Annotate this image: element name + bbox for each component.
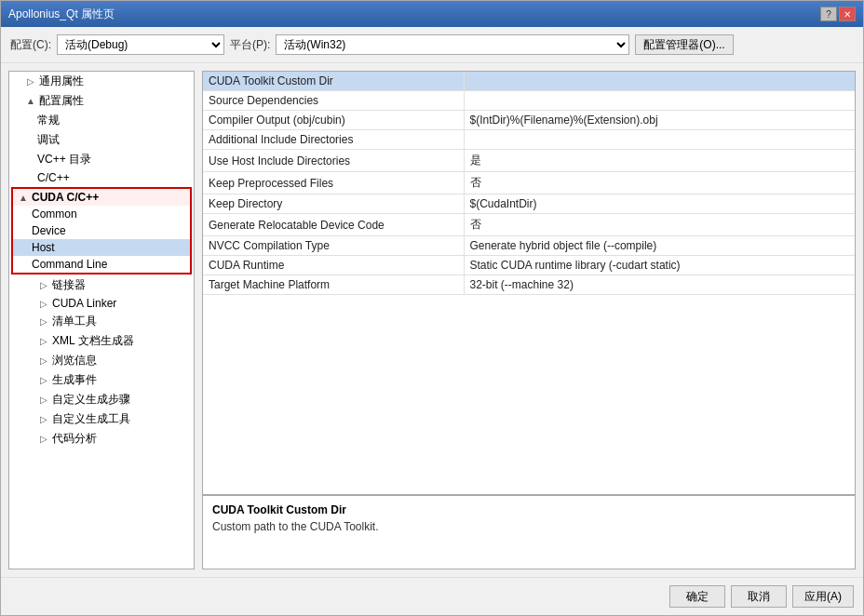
expand-icon-linker: ▷ [37, 280, 50, 290]
tree-label-browse: 浏览信息 [52, 353, 97, 368]
tree-item-debug[interactable]: 调试 [9, 130, 194, 150]
prop-value: Generate hybrid object file (--compile) [464, 236, 855, 256]
prop-name: Keep Directory [203, 194, 464, 214]
tree-item-custom-build[interactable]: ▷ 自定义生成步骤 [9, 390, 194, 409]
expand-icon-build: ▷ [37, 375, 50, 385]
expand-icon-custom-build: ▷ [37, 395, 50, 405]
cuda-group: ▲ CUDA C/C++ Common Device Host Command … [11, 187, 192, 275]
prop-name: Generate Relocatable Device Code [203, 214, 464, 236]
tree-item-device[interactable]: Device [13, 222, 190, 239]
apply-button[interactable]: 应用(A) [792, 585, 854, 608]
table-row[interactable]: Use Host Include Directories是 [203, 150, 855, 172]
table-row[interactable]: Source Dependencies [203, 91, 855, 111]
tree-item-code-analysis[interactable]: ▷ 代码分析 [9, 429, 194, 449]
table-row[interactable]: Compiler Output (obj/cubin)$(IntDir)%(Fi… [203, 111, 855, 130]
tree-item-config-props[interactable]: ▲ 配置属性 [9, 91, 194, 111]
tree-item-build-events[interactable]: ▷ 生成事件 [9, 370, 194, 390]
tree-item-linker[interactable]: ▷ 链接器 [9, 275, 194, 295]
prop-name: Additional Include Directories [203, 130, 464, 150]
ok-button[interactable]: 确定 [669, 585, 725, 608]
platform-select[interactable]: 活动(Win32) [276, 34, 629, 55]
tree-label-general: 通用属性 [39, 74, 84, 89]
properties-table: CUDA Toolkit Custom DirSource Dependenci… [203, 72, 855, 494]
table-row[interactable]: Additional Include Directories [203, 130, 855, 150]
help-button[interactable]: ? [820, 7, 837, 21]
close-button[interactable]: ✕ [839, 7, 856, 21]
prop-value: 否 [464, 172, 855, 194]
tree-label-vcpp: VC++ 目录 [37, 152, 91, 167]
prop-value [464, 72, 855, 91]
toolbar: 配置(C): 活动(Debug) 平台(P): 活动(Win32) 配置管理器(… [1, 27, 863, 63]
prop-name: CUDA Runtime [203, 256, 464, 275]
cancel-button[interactable]: 取消 [731, 585, 787, 608]
tree-item-normal[interactable]: 常规 [9, 111, 194, 130]
expand-icon-browse: ▷ [37, 355, 50, 366]
config-select[interactable]: 活动(Debug) [57, 34, 224, 55]
config-label: 配置(C): [10, 37, 51, 53]
tree-label-cmd-line: Command Line [32, 258, 107, 271]
prop-value: 是 [464, 150, 855, 172]
table-row[interactable]: Keep Preprocessed Files否 [203, 172, 855, 194]
expand-icon-manifest: ▷ [37, 316, 50, 327]
tree-label-linker: 链接器 [52, 277, 86, 293]
tree-item-common[interactable]: Common [13, 206, 190, 222]
description-title: CUDA Toolkit Custom Dir [212, 503, 845, 516]
prop-value: $(IntDir)%(Filename)%(Extension).obj [464, 111, 855, 130]
tree-label-custom-tools: 自定义生成工具 [52, 411, 130, 427]
prop-name: CUDA Toolkit Custom Dir [203, 72, 464, 91]
prop-value [464, 130, 855, 150]
prop-value: $(CudaIntDir) [464, 194, 855, 214]
description-text: Custom path to the CUDA Toolkit. [212, 520, 845, 533]
expand-icon-code-analysis: ▷ [37, 434, 50, 444]
prop-value: 否 [464, 214, 855, 236]
prop-name: Target Machine Platform [203, 275, 464, 295]
prop-value: Static CUDA runtime library (-cudart sta… [464, 256, 855, 275]
tree-label-config-props: 配置属性 [39, 93, 84, 109]
tree-item-cuda-linker[interactable]: ▷ CUDA Linker [9, 295, 194, 312]
tree-label-xml-gen: XML 文档生成器 [52, 333, 134, 349]
tree-label-normal: 常规 [37, 113, 60, 128]
tree-label-host: Host [32, 241, 55, 254]
table-row[interactable]: CUDA Toolkit Custom Dir [203, 72, 855, 91]
tree-panel: ▷ 通用属性 ▲ 配置属性 常规 调试 VC++ 目录 C/C++ [8, 71, 195, 569]
table-row[interactable]: Generate Relocatable Device Code否 [203, 214, 855, 236]
tree-item-custom-tools[interactable]: ▷ 自定义生成工具 [9, 409, 194, 429]
prop-name: NVCC Compilation Type [203, 236, 464, 256]
expand-icon-cuda: ▲ [17, 193, 30, 203]
main-content: ▷ 通用属性 ▲ 配置属性 常规 调试 VC++ 目录 C/C++ [1, 63, 863, 577]
tree-label-c-cpp: C/C++ [37, 171, 70, 184]
tree-item-cuda-cpp[interactable]: ▲ CUDA C/C++ [13, 189, 190, 206]
props-table: CUDA Toolkit Custom DirSource Dependenci… [203, 72, 855, 295]
expand-icon-cuda-linker: ▷ [37, 299, 50, 309]
expand-icon-custom-tools: ▷ [37, 414, 50, 424]
tree-item-manifest[interactable]: ▷ 清单工具 [9, 312, 194, 331]
tree-item-browse[interactable]: ▷ 浏览信息 [9, 351, 194, 370]
tree-item-general[interactable]: ▷ 通用属性 [9, 72, 194, 91]
bottom-buttons: 确定 取消 应用(A) [1, 577, 863, 615]
tree-label-manifest: 清单工具 [52, 314, 97, 329]
tree-item-vcpp[interactable]: VC++ 目录 [9, 150, 194, 169]
tree-item-cmd-line[interactable]: Command Line [13, 256, 190, 273]
tree-label-custom-build: 自定义生成步骤 [52, 392, 130, 408]
expand-icon-general: ▷ [24, 76, 37, 87]
tree-item-c-cpp[interactable]: C/C++ [9, 169, 194, 186]
prop-value: 32-bit (--machine 32) [464, 275, 855, 295]
table-row[interactable]: CUDA RuntimeStatic CUDA runtime library … [203, 256, 855, 275]
prop-name: Keep Preprocessed Files [203, 172, 464, 194]
table-row[interactable]: Keep Directory$(CudaIntDir) [203, 194, 855, 214]
prop-value [464, 91, 855, 111]
description-panel: CUDA Toolkit Custom Dir Custom path to t… [203, 494, 855, 569]
config-manager-button[interactable]: 配置管理器(O)... [635, 34, 733, 55]
tree-label-cuda-linker: CUDA Linker [52, 297, 116, 310]
tree-item-xml-gen[interactable]: ▷ XML 文档生成器 [9, 331, 194, 351]
dialog-title: Apollonius_Qt 属性页 [8, 7, 115, 22]
table-row[interactable]: NVCC Compilation TypeGenerate hybrid obj… [203, 236, 855, 256]
expand-icon-config: ▲ [24, 96, 37, 106]
tree-label-common: Common [32, 208, 77, 221]
prop-name: Use Host Include Directories [203, 150, 464, 172]
table-row[interactable]: Target Machine Platform32-bit (--machine… [203, 275, 855, 295]
prop-name: Compiler Output (obj/cubin) [203, 111, 464, 130]
tree-item-host[interactable]: Host [13, 239, 190, 256]
tree-label-debug: 调试 [37, 132, 60, 148]
tree-label-build-events: 生成事件 [52, 372, 97, 388]
